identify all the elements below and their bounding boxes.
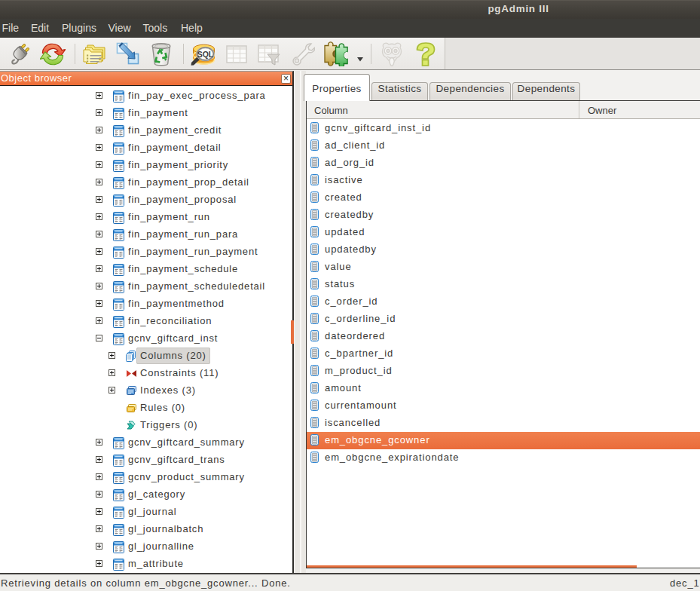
svg-text:SQL: SQL	[197, 50, 214, 59]
